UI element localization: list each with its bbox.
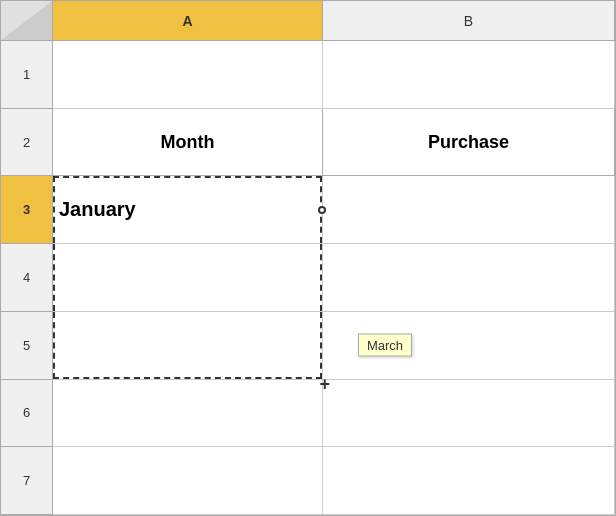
fill-handle[interactable] (318, 206, 326, 214)
row-4: 4 (1, 244, 615, 312)
cell-b6[interactable] (323, 380, 615, 448)
cell-a6[interactable] (53, 380, 323, 448)
cell-b1[interactable] (323, 41, 615, 109)
cell-b3[interactable] (323, 176, 615, 244)
col-header-b[interactable]: B (323, 1, 615, 41)
cell-a4[interactable] (53, 244, 323, 312)
row-2: 2 Month Purchase (1, 109, 615, 177)
column-headers: A B (1, 1, 615, 41)
cell-b2[interactable]: Purchase (323, 109, 615, 177)
cell-b4[interactable] (323, 244, 615, 312)
cell-a1[interactable] (53, 41, 323, 109)
row-header-2[interactable]: 2 (1, 109, 53, 177)
cell-a7[interactable] (53, 447, 323, 515)
row-3: 3 January (1, 176, 615, 244)
row-6: 6 (1, 380, 615, 448)
row-header-6[interactable]: 6 (1, 380, 53, 448)
row-header-7[interactable]: 7 (1, 447, 53, 515)
cell-a5[interactable]: + March (53, 312, 323, 380)
col-header-a[interactable]: A (53, 1, 323, 41)
row-header-4[interactable]: 4 (1, 244, 53, 312)
selection-border-mid (53, 244, 322, 311)
row-1: 1 (1, 41, 615, 109)
cell-b7[interactable] (323, 447, 615, 515)
autocomplete-tooltip: March (358, 334, 412, 357)
cell-a2[interactable]: Month (53, 109, 323, 177)
drag-cursor: + (319, 375, 330, 393)
rows-container: 1 2 Month Purchase 3 January (1, 41, 615, 515)
selection-border-bottom (53, 312, 322, 379)
row-header-1[interactable]: 1 (1, 41, 53, 109)
spreadsheet: A B 1 2 Month Purchase (0, 0, 616, 516)
row-header-3[interactable]: 3 (1, 176, 53, 244)
row-header-5[interactable]: 5 (1, 312, 53, 380)
row-5: 5 + March (1, 312, 615, 380)
cell-a3[interactable]: January (53, 176, 323, 244)
row-7: 7 (1, 447, 615, 515)
corner-cell (1, 1, 53, 41)
